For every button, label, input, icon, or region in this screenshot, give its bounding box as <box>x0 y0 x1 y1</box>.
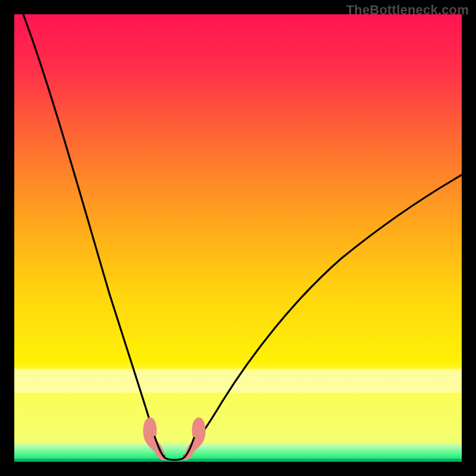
chart-frame: TheBottleneck.com <box>0 0 476 476</box>
chart-background <box>14 14 462 462</box>
chart-baseline <box>14 459 462 462</box>
watermark-text: TheBottleneck.com <box>346 2 469 18</box>
chart-plot-area <box>14 14 462 462</box>
chart-pale-band <box>14 369 462 393</box>
chart-svg <box>14 14 462 462</box>
